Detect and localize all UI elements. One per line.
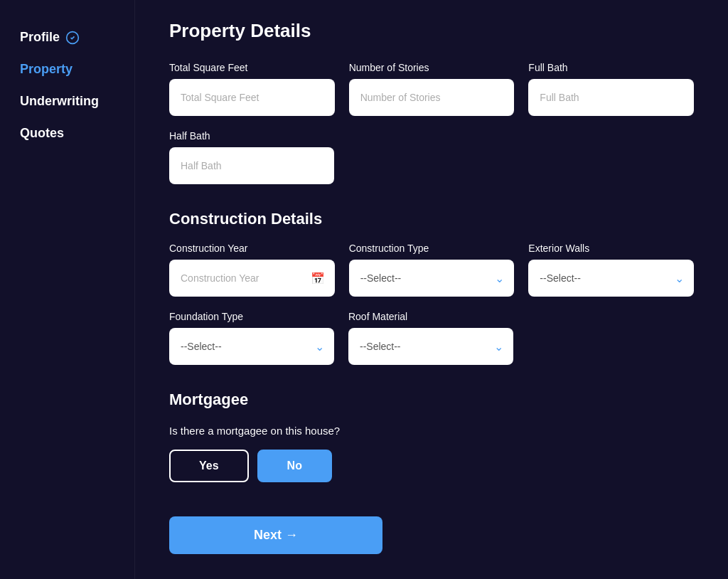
roof-material-group: Roof Material --Select-- ⌄ <box>348 311 513 365</box>
roof-material-select[interactable]: --Select-- <box>348 328 513 365</box>
mortgagee-toggle-group: Yes No <box>169 450 694 482</box>
mortgagee-question: Is there a mortgagee on this house? <box>169 423 694 438</box>
sidebar-item-property[interactable]: Property <box>14 55 120 84</box>
foundation-type-label: Foundation Type <box>169 311 334 322</box>
half-bath-group: Half Bath <box>169 130 334 184</box>
construction-year-group: Construction Year 📅 <box>169 243 335 297</box>
foundation-type-group: Foundation Type --Select-- ⌄ <box>169 311 334 365</box>
sidebar-item-quotes[interactable]: Quotes <box>14 119 120 148</box>
construction-type-wrapper: --Select-- ⌄ <box>349 260 515 297</box>
total-square-feet-input[interactable] <box>169 79 335 116</box>
full-bath-input[interactable] <box>528 79 694 116</box>
number-of-stories-input[interactable] <box>349 79 515 116</box>
construction-type-label: Construction Type <box>349 243 515 254</box>
sidebar-item-label: Quotes <box>20 126 64 141</box>
half-bath-input[interactable] <box>169 147 334 184</box>
construction-year-wrapper: 📅 <box>169 260 335 297</box>
full-bath-label: Full Bath <box>528 62 694 73</box>
sidebar-item-label: Profile <box>20 30 60 45</box>
total-square-feet-label: Total Square Feet <box>169 62 335 73</box>
exterior-walls-group: Exterior Walls --Select-- ⌄ <box>528 243 694 297</box>
construction-row1: Construction Year 📅 Construction Type --… <box>169 243 694 297</box>
mortgagee-section-title: Mortgagee <box>169 391 694 409</box>
construction-section-title: Construction Details <box>169 210 694 228</box>
construction-type-group: Construction Type --Select-- ⌄ <box>349 243 515 297</box>
exterior-walls-label: Exterior Walls <box>528 243 694 254</box>
mortgagee-yes-button[interactable]: Yes <box>169 450 249 482</box>
mortgagee-no-button[interactable]: No <box>257 450 332 482</box>
construction-type-select[interactable]: --Select-- <box>349 260 515 297</box>
property-details-row1: Total Square Feet Number of Stories Full… <box>169 62 694 116</box>
total-square-feet-group: Total Square Feet <box>169 62 335 116</box>
sidebar-item-label: Property <box>20 62 73 77</box>
exterior-walls-wrapper: --Select-- ⌄ <box>528 260 694 297</box>
foundation-type-select[interactable]: --Select-- <box>169 328 334 365</box>
full-bath-group: Full Bath <box>528 62 694 116</box>
sidebar-item-label: Underwriting <box>20 94 99 109</box>
number-of-stories-group: Number of Stories <box>349 62 515 116</box>
foundation-type-wrapper: --Select-- ⌄ <box>169 328 334 365</box>
exterior-walls-select[interactable]: --Select-- <box>528 260 694 297</box>
sidebar-item-profile[interactable]: Profile <box>14 23 120 52</box>
construction-year-input[interactable] <box>169 260 335 297</box>
next-button[interactable]: Next → <box>169 516 382 554</box>
construction-year-label: Construction Year <box>169 243 335 254</box>
sidebar: Profile Property Underwriting Quotes <box>0 0 135 579</box>
construction-row2: Foundation Type --Select-- ⌄ Roof Materi… <box>169 311 694 365</box>
half-bath-row: Half Bath <box>169 130 694 184</box>
page-title: Property Details <box>169 20 694 42</box>
check-circle-icon <box>65 31 80 45</box>
half-bath-label: Half Bath <box>169 130 334 142</box>
sidebar-item-underwriting[interactable]: Underwriting <box>14 87 120 116</box>
main-content: Property Details Total Square Feet Numbe… <box>135 0 728 579</box>
roof-material-wrapper: --Select-- ⌄ <box>348 328 513 365</box>
roof-material-label: Roof Material <box>348 311 513 322</box>
number-of-stories-label: Number of Stories <box>349 62 515 73</box>
